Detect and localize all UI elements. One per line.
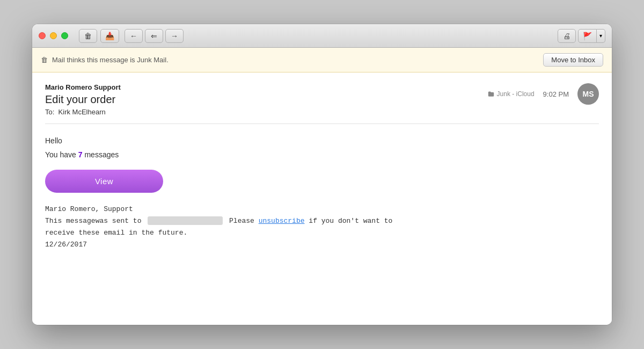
to-recipient: Kirk McElhearn	[58, 108, 106, 116]
email-body: Hello You have 7 messages View Mario Rom…	[45, 135, 599, 251]
email-footer: Mario Romero, Support This messagewas se…	[45, 203, 599, 251]
folder-icon	[488, 91, 494, 97]
message-count: 7	[78, 150, 83, 159]
close-button[interactable]	[39, 32, 46, 39]
footer-date: 12/26/2017	[45, 239, 599, 251]
junk-bar-message: 🗑 Mail thinks this message is Junk Mail.	[41, 56, 169, 64]
mail-window: 🗑 📥 ← ⇐ → 🖨 🚩 ▾ 🗑 Mail thinks this messa…	[32, 24, 612, 325]
footer-unsubscribe-line: This messagewas sent to Please unsubscri…	[45, 215, 599, 227]
forward-button[interactable]: →	[165, 29, 184, 43]
toolbar-nav-group: ← ⇐ →	[125, 29, 184, 43]
archive-button[interactable]: 📥	[100, 29, 119, 43]
folder-name: Junk - iCloud	[497, 90, 535, 98]
toolbar-right: 🖨 🚩 ▾	[558, 29, 605, 43]
titlebar: 🗑 📥 ← ⇐ → 🖨 🚩 ▾	[32, 24, 612, 48]
email-content: Mario Romero Support Edit your order To:…	[32, 72, 612, 325]
flag-button[interactable]: 🚩	[578, 29, 597, 43]
maximize-button[interactable]	[61, 32, 68, 39]
back-button[interactable]: ←	[125, 29, 143, 43]
footer-sender: Mario Romero, Support	[45, 203, 599, 215]
email-time: 9:02 PM	[543, 90, 569, 98]
junk-message-text: Mail thinks this message is Junk Mail.	[52, 56, 169, 64]
message-line: You have 7 messages	[45, 149, 599, 161]
traffic-lights	[39, 32, 68, 39]
view-button[interactable]: View	[45, 170, 163, 193]
email-subject: Edit your order	[45, 93, 121, 106]
footer-sent-prefix: This message	[45, 217, 96, 225]
flag-dropdown-button[interactable]: ▾	[597, 29, 605, 43]
footer-email-redacted	[148, 216, 223, 225]
footer-if-text: if you don't want to	[309, 217, 392, 225]
unsubscribe-link[interactable]: unsubscribe	[259, 217, 305, 225]
print-button[interactable]: 🖨	[558, 29, 576, 43]
footer-please: Please	[229, 217, 254, 225]
back-all-button[interactable]: ⇐	[145, 29, 163, 43]
flag-group: 🚩 ▾	[578, 29, 605, 43]
email-meta-right: Junk - iCloud 9:02 PM MS	[488, 83, 599, 105]
email-to: To: Kirk McElhearn	[45, 108, 121, 116]
avatar: MS	[577, 83, 599, 105]
move-to-inbox-button[interactable]: Move to Inbox	[543, 53, 603, 67]
toolbar-delete-group: 🗑 📥	[79, 29, 119, 43]
message-prefix: You have	[45, 150, 78, 159]
junk-bar: 🗑 Mail thinks this message is Junk Mail.…	[32, 48, 612, 72]
footer-was-sent: was sent to	[96, 217, 146, 225]
folder-info: Junk - iCloud	[488, 90, 535, 98]
to-label: To:	[45, 108, 54, 116]
greeting: Hello	[45, 135, 599, 147]
minimize-button[interactable]	[50, 32, 57, 39]
junk-icon: 🗑	[41, 56, 48, 64]
sender-name: Mario Romero Support	[45, 83, 121, 91]
delete-button[interactable]: 🗑	[79, 29, 97, 43]
message-suffix: messages	[83, 150, 119, 159]
footer-receive-line: receive these email in the future.	[45, 227, 599, 239]
email-meta-left: Mario Romero Support Edit your order To:…	[45, 83, 121, 116]
email-header: Mario Romero Support Edit your order To:…	[45, 83, 599, 124]
